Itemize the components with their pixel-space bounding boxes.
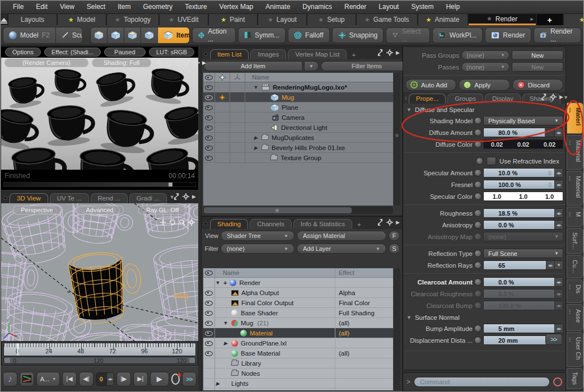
menu-layout[interactable]: Layout [373, 1, 404, 13]
sculpt-mode-button[interactable]: Sculpt [56, 27, 83, 43]
corner-dot-icon[interactable] [204, 52, 208, 56]
menu-dynamics[interactable]: Dynamics [297, 1, 338, 13]
anisotropy-slider[interactable]: 0.0 %◀▶ [483, 220, 563, 230]
shader-row-lights[interactable]: ▶Lights [203, 379, 393, 389]
chevron-down-icon[interactable]: ▼ [563, 95, 568, 100]
visibility-eye-icon[interactable] [203, 318, 215, 328]
expand-arrow-icon[interactable]: ▶ [253, 135, 259, 141]
vtab-material-active[interactable]: Materi ... [567, 102, 583, 134]
menu-texture[interactable]: Texture [179, 1, 212, 13]
star-icon[interactable]: ★ [426, 16, 432, 24]
tab-gradient[interactable]: Gradi ... [129, 193, 167, 203]
expand-arrow-icon[interactable]: ▶ [223, 340, 228, 346]
menu-edit[interactable]: Edit [30, 1, 53, 13]
star-icon[interactable]: ★ [365, 16, 370, 24]
vtab-tags[interactable]: Tags [567, 368, 583, 389]
f-button[interactable]: F [389, 231, 400, 241]
shader-row-alpha-output[interactable]: Alpha Output Alpha [203, 288, 393, 298]
paused-button[interactable]: Paused [104, 48, 146, 57]
add-layer-dropdown[interactable]: Add Layer▼ [297, 244, 386, 254]
fresnel-slider[interactable]: 100.0 %0◀▶ [483, 180, 563, 189]
menu-system[interactable]: System [405, 1, 439, 13]
item-row-mugduplicates[interactable]: ▶MugDuplicates [203, 133, 393, 143]
menu-item[interactable]: Item [112, 1, 136, 13]
zoom-icon[interactable] [179, 219, 185, 226]
specular-color-field[interactable]: 1.01.01.0 [483, 192, 563, 201]
maximize-icon[interactable] [377, 49, 384, 56]
layout-tab-topology[interactable]: ★Topology [107, 14, 158, 25]
gear-icon[interactable] [386, 219, 393, 226]
add-layout-tab-button[interactable]: + [537, 14, 563, 25]
vtab-user-channels[interactable]: User Ch ... [567, 332, 583, 367]
passes-dropdown[interactable]: (none)▼ [461, 62, 510, 72]
visibility-eye-icon[interactable] [203, 338, 215, 348]
transport-more-button[interactable]: >> [182, 372, 197, 386]
stepper-icon[interactable]: ◀▶ [554, 221, 563, 229]
apply-button[interactable]: ↓Apply [459, 79, 510, 91]
item-list-h-scrollbar[interactable] [203, 207, 393, 214]
item-row-plane[interactable]: Plane [203, 102, 393, 113]
rotate-icon[interactable] [169, 219, 176, 226]
pan-icon[interactable] [160, 219, 166, 226]
range-end-handle[interactable] [189, 358, 195, 363]
maximize-icon[interactable] [377, 219, 384, 226]
tab-channels[interactable]: Channels [250, 219, 292, 229]
effect-column-header[interactable]: Effect [335, 268, 393, 277]
channel-button[interactable] [474, 262, 482, 269]
assign-material-button[interactable]: Assign Material [297, 231, 386, 241]
layout-tab-model[interactable]: ★Model [58, 14, 106, 25]
3d-wireframe-viewport[interactable]: YZ Perspective Advanced Ray GL: Off Mug [1, 203, 198, 341]
symmetry-button[interactable]: Symm... [238, 27, 286, 43]
clearcoat-amount-slider[interactable]: 0.0 %◀▶ [483, 277, 563, 287]
star-icon[interactable]: ★ [115, 16, 120, 24]
item-row-scene[interactable]: ▼RenderingMugLogo.lxo* [203, 82, 393, 92]
menu-file[interactable]: File [7, 1, 29, 13]
view-mode-dropdown[interactable]: Shader Tree▼ [221, 231, 295, 241]
tab-shading[interactable]: Shading [210, 219, 248, 229]
channel-button[interactable] [474, 250, 482, 257]
star-icon[interactable]: ★ [169, 16, 174, 24]
range-start-handle[interactable] [4, 358, 10, 363]
section-surface-normal[interactable]: ▼Surface Normal [403, 312, 566, 323]
channel-button[interactable] [474, 129, 482, 136]
roughness-slider[interactable]: 18.5 %◀▶ [483, 208, 563, 218]
visibility-eye-icon[interactable] [203, 82, 215, 92]
anisotropy-map-dropdown[interactable]: (none)▼ [483, 232, 563, 241]
vtab-material-2[interactable]: Material ... [567, 135, 583, 170]
gear-icon[interactable] [183, 193, 189, 200]
menu-geometry[interactable]: Geometry [138, 1, 179, 13]
shader-row-render[interactable]: ▼+Render [203, 278, 393, 288]
command-input[interactable] [414, 377, 550, 387]
channel-button[interactable] [474, 181, 482, 188]
add-tab-button[interactable]: + [354, 220, 365, 229]
diffuse-color-field[interactable]: 0.020.020.02 [483, 139, 563, 149]
abort-circle-icon[interactable] [553, 377, 562, 386]
star-icon[interactable]: ★ [579, 16, 584, 24]
chevron-right-icon[interactable]: ▶ [202, 60, 206, 66]
add-tab-button[interactable]: + [348, 50, 359, 59]
shader-row-mug-group[interactable]: ▼Mug(21) (all) [203, 318, 393, 328]
layout-tab-setup[interactable]: ★Setup [307, 14, 356, 25]
visibility-eye-icon[interactable] [203, 298, 215, 307]
plus-icon[interactable]: + [223, 279, 227, 286]
rotate-icon[interactable] [165, 59, 172, 67]
shader-row-material-selected[interactable]: Material (all) [203, 328, 393, 338]
workplane-button[interactable]: WorkPl... [432, 27, 483, 43]
view-type-button[interactable]: Perspective [13, 206, 61, 214]
frame-stepper[interactable]: ◀▶ [106, 373, 114, 385]
visibility-eye-icon[interactable] [203, 288, 215, 297]
star-icon[interactable]: ★ [68, 16, 74, 24]
maximize-icon[interactable] [173, 193, 180, 200]
gear-icon[interactable] [550, 94, 557, 100]
vtab-material-3[interactable]: Material ... [567, 171, 583, 206]
layout-tab-animate[interactable]: ★Animate [418, 14, 468, 25]
vtab-surface[interactable]: Surf... [567, 228, 583, 254]
bump-amplitude-slider[interactable]: 5 mm◀▶ [483, 324, 563, 333]
render-preview-viewport[interactable]: Options Effect: (Shadi... Paused LUT: sR… [1, 46, 198, 190]
lut-button[interactable]: LUT: sRGB [149, 48, 194, 57]
tab-display[interactable]: Display [485, 94, 521, 104]
reflection-rays-slider[interactable]: 65◀▶▼ [483, 260, 563, 270]
star-icon[interactable]: ★ [268, 16, 273, 24]
menu-help[interactable]: Help [440, 1, 465, 13]
timeline-ruler[interactable]: 0 24 48 72 96 120 [3, 343, 196, 356]
